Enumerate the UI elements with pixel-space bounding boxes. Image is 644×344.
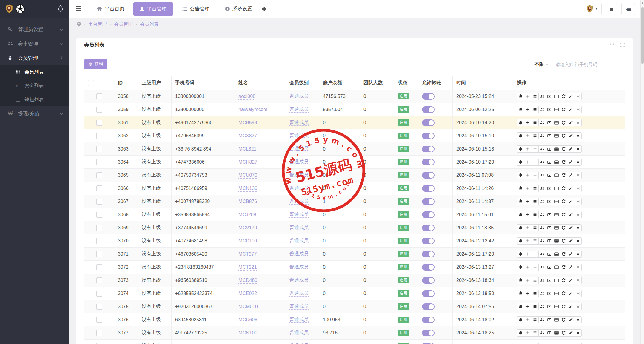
member-level-link[interactable]: 普通成员 — [289, 146, 309, 152]
add-plus-button[interactable] — [524, 224, 531, 231]
notify-bell-button[interactable] — [517, 132, 524, 139]
transfer-toggle[interactable] — [422, 303, 435, 310]
add-plus-button[interactable] — [524, 159, 531, 166]
scroll-up-arrow-icon[interactable]: ▲ — [641, 0, 644, 4]
avatar-dropdown-button[interactable] — [583, 3, 602, 15]
wallet-card-button[interactable] — [553, 251, 560, 258]
menu-toggle-button[interactable] — [76, 6, 81, 11]
notify-bell-button[interactable] — [517, 93, 524, 100]
money-button[interactable] — [546, 93, 553, 100]
sidebar-item-admin-settings[interactable]: 管理员设置 — [0, 22, 69, 36]
refresh-recycle-button[interactable] — [560, 224, 567, 231]
money-button[interactable] — [546, 185, 553, 192]
detail-list-button[interactable] — [531, 329, 539, 337]
wallet-card-button[interactable] — [553, 198, 560, 205]
refresh-recycle-button[interactable] — [560, 211, 567, 218]
money-button[interactable] — [546, 224, 553, 231]
delete-x-button[interactable] — [574, 290, 582, 297]
table-row[interactable]: 3070 没有上级 +40774681498 MCD110 普通成员 0 0 启… — [84, 234, 625, 248]
table-row[interactable]: 3076 没有上级 639458025311 MCU606 普通成员 100.9… — [84, 313, 625, 326]
transfer-toggle[interactable] — [422, 290, 435, 297]
table-row[interactable]: 3059 没有上级 13800000000 haiwaiymcom 普通成员 8… — [84, 103, 625, 116]
detail-list-button[interactable] — [531, 119, 539, 126]
trash-button[interactable] — [606, 3, 617, 15]
edit-pencil-button[interactable] — [567, 132, 574, 139]
wallet-card-button[interactable] — [553, 290, 560, 297]
add-plus-button[interactable] — [524, 93, 531, 100]
member-name-link[interactable]: MCU070 — [238, 173, 257, 179]
member-name-link[interactable]: MCN101 — [238, 330, 257, 336]
table-row[interactable]: 3063 没有上级 +33 76 8942 894 MCL321 普通成员 0 … — [84, 142, 625, 156]
member-name-link[interactable]: aodi008 — [238, 94, 255, 100]
refresh-recycle-button[interactable] — [560, 237, 567, 245]
wallet-card-button[interactable] — [553, 185, 560, 192]
row-checkbox[interactable] — [96, 185, 102, 191]
member-name-link[interactable]: MCV170 — [238, 225, 257, 231]
edit-pencil-button[interactable] — [567, 316, 574, 323]
delete-x-button[interactable] — [574, 251, 582, 258]
refresh-recycle-button[interactable] — [560, 251, 567, 258]
row-checkbox[interactable] — [96, 238, 102, 244]
edit-pencil-button[interactable] — [567, 277, 574, 284]
detail-list-button[interactable] — [531, 303, 539, 310]
notify-bell-button[interactable] — [517, 106, 524, 113]
team-users-button[interactable] — [538, 303, 546, 310]
delete-x-button[interactable] — [574, 106, 582, 113]
add-plus-button[interactable] — [524, 145, 531, 153]
money-button[interactable] — [546, 316, 553, 323]
wallet-card-button[interactable] — [553, 93, 560, 100]
edit-pencil-button[interactable] — [567, 93, 574, 100]
edit-pencil-button[interactable] — [567, 303, 574, 310]
member-level-link[interactable]: 普通成员 — [289, 251, 309, 257]
add-plus-button[interactable] — [524, 343, 531, 344]
notify-bell-button[interactable] — [517, 224, 524, 231]
money-button[interactable] — [546, 198, 553, 205]
money-button[interactable] — [546, 159, 553, 166]
wallet-card-button[interactable] — [553, 329, 560, 337]
notify-bell-button[interactable] — [517, 185, 524, 192]
member-name-link[interactable]: MCX827 — [238, 133, 257, 139]
wallet-card-button[interactable] — [553, 119, 560, 126]
table-row[interactable]: 3073 没有上级 +96560389510 MCD480 普通成员 0 0 启… — [84, 274, 625, 287]
team-users-button[interactable] — [538, 264, 546, 271]
wallet-card-button[interactable] — [553, 237, 560, 245]
row-checkbox[interactable] — [96, 146, 102, 152]
team-users-button[interactable] — [538, 211, 546, 218]
refresh-recycle-button[interactable] — [560, 145, 567, 153]
table-row[interactable]: 3061 没有上级 +4901742779360 MCB598 普通成员 0 0… — [84, 116, 625, 129]
add-plus-button[interactable] — [524, 172, 531, 179]
delete-x-button[interactable] — [574, 132, 582, 139]
money-button[interactable] — [546, 106, 553, 113]
delete-x-button[interactable] — [574, 119, 582, 126]
member-name-link[interactable]: MCD110 — [238, 238, 257, 244]
add-plus-button[interactable] — [524, 211, 531, 218]
transfer-toggle[interactable] — [422, 343, 435, 344]
transfer-toggle[interactable] — [422, 238, 435, 244]
team-users-button[interactable] — [538, 93, 546, 100]
delete-x-button[interactable] — [574, 211, 582, 218]
row-checkbox[interactable] — [96, 330, 102, 336]
transfer-toggle[interactable] — [422, 317, 435, 323]
detail-list-button[interactable] — [531, 93, 539, 100]
row-checkbox[interactable] — [96, 172, 102, 178]
notify-bell-button[interactable] — [517, 277, 524, 284]
wallet-card-button[interactable] — [553, 303, 560, 310]
notify-bell-button[interactable] — [517, 237, 524, 245]
add-member-button[interactable]: ⊕ 新增 — [84, 59, 107, 69]
row-checkbox[interactable] — [96, 133, 102, 139]
transfer-toggle[interactable] — [422, 264, 435, 271]
transfer-toggle[interactable] — [422, 198, 435, 205]
add-plus-button[interactable] — [524, 106, 531, 113]
sidebar-item-member-management[interactable]: 会员管理 — [0, 51, 69, 65]
money-button[interactable] — [546, 277, 553, 284]
row-checkbox[interactable] — [96, 212, 102, 218]
money-button[interactable] — [546, 329, 553, 337]
transfer-toggle[interactable] — [422, 159, 435, 165]
transfer-toggle[interactable] — [422, 106, 435, 113]
add-plus-button[interactable] — [524, 303, 531, 310]
refresh-recycle-button[interactable] — [560, 159, 567, 166]
detail-list-button[interactable] — [531, 290, 539, 297]
sidebar-item-events[interactable]: 赛事管理 — [0, 36, 69, 51]
transfer-toggle[interactable] — [422, 211, 435, 218]
refresh-icon[interactable] — [610, 43, 615, 47]
